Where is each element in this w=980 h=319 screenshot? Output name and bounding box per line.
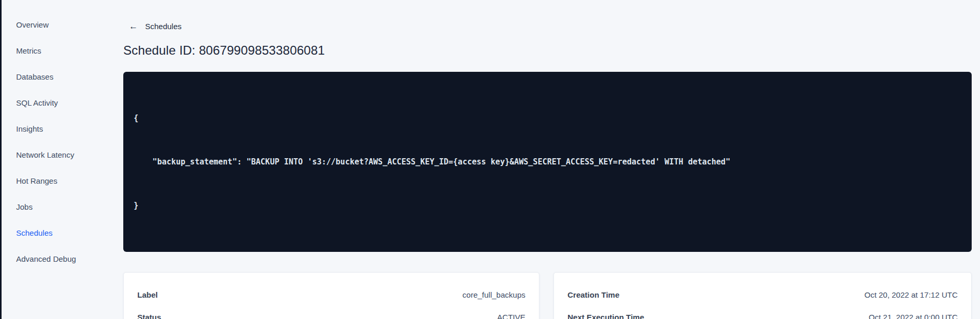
sidebar-item-insights[interactable]: Insights — [2, 116, 111, 142]
sidebar-item-schedules[interactable]: Schedules — [2, 220, 111, 246]
card-row-label: Label core_full_backups — [137, 284, 525, 306]
schedule-summary-card: Label core_full_backups Status ACTIVE St… — [123, 272, 539, 319]
code-line: } — [134, 198, 961, 213]
row-label: Label — [137, 290, 158, 299]
sidebar-item-network-latency[interactable]: Network Latency — [2, 142, 111, 168]
back-link-label: Schedules — [145, 22, 182, 31]
sidebar-item-hot-ranges[interactable]: Hot Ranges — [2, 168, 111, 194]
back-to-schedules-link[interactable]: ← Schedules — [123, 22, 182, 31]
card-row-creation-time: Creation Time Oct 20, 2022 at 17:12 UTC — [568, 284, 958, 306]
card-row-status: Status ACTIVE — [137, 306, 525, 319]
row-label: Creation Time — [568, 290, 620, 299]
back-arrow-icon: ← — [129, 22, 138, 31]
detail-cards-row: Label core_full_backups Status ACTIVE St… — [123, 272, 972, 319]
row-value: ACTIVE — [497, 313, 525, 319]
card-row-next-execution-time: Next Execution Time Oct 21, 2022 at 0:00… — [568, 306, 958, 319]
schedule-execution-card: Creation Time Oct 20, 2022 at 17:12 UTC … — [553, 272, 972, 319]
main-content: ← Schedules Schedule ID: 806799098533806… — [123, 0, 972, 319]
code-line: { — [134, 111, 961, 125]
sidebar-item-jobs[interactable]: Jobs — [2, 194, 111, 220]
row-value: Oct 21, 2022 at 0:00 UTC — [869, 313, 958, 319]
sidebar-item-overview[interactable]: Overview — [2, 12, 111, 38]
page-title: Schedule ID: 806799098533806081 — [123, 43, 972, 58]
row-value: core_full_backups — [462, 290, 525, 299]
sidebar-nav: Overview Metrics Databases SQL Activity … — [2, 0, 111, 319]
code-line: "backup_statement": "BACKUP INTO 's3://b… — [134, 155, 961, 169]
schedule-definition-code-block: { "backup_statement": "BACKUP INTO 's3:/… — [123, 72, 972, 252]
row-value: Oct 20, 2022 at 17:12 UTC — [865, 290, 958, 299]
row-label: Status — [137, 313, 161, 319]
sidebar-item-metrics[interactable]: Metrics — [2, 38, 111, 64]
sidebar-item-databases[interactable]: Databases — [2, 64, 111, 90]
sidebar-item-advanced-debug[interactable]: Advanced Debug — [2, 246, 111, 272]
row-label: Next Execution Time — [568, 313, 644, 319]
sidebar-item-sql-activity[interactable]: SQL Activity — [2, 90, 111, 116]
